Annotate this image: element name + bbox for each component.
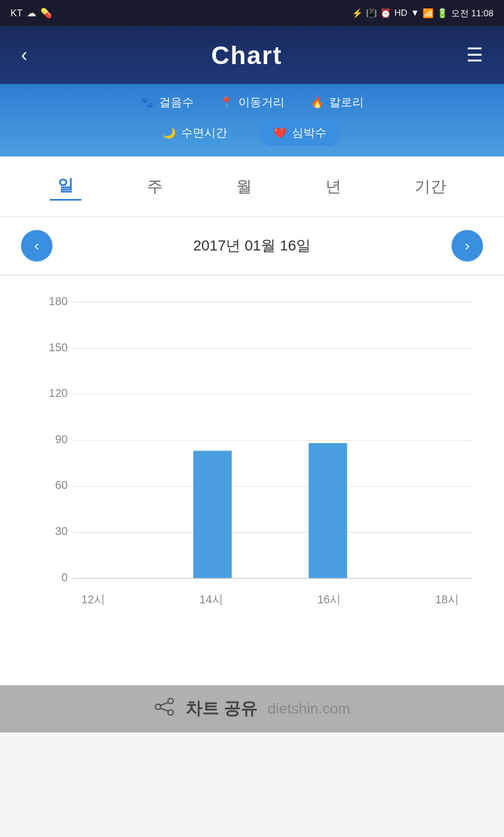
svg-point-19 <box>168 698 173 704</box>
svg-text:150: 150 <box>49 340 68 354</box>
svg-text:16시: 16시 <box>317 593 341 606</box>
bar-16h <box>309 443 347 579</box>
heartrate-label: 심박수 <box>292 125 327 141</box>
status-bar: KT ☁ 💊 ⚡ 📳 ⏰ HD ▼ 📶 🔋 오전 11:08 <box>0 0 504 26</box>
distance-icon: 📍 <box>220 96 233 109</box>
period-tabs: 일 주 월 년 기간 <box>0 156 504 217</box>
svg-text:12시: 12시 <box>81 593 105 606</box>
svg-point-21 <box>168 710 173 715</box>
filter-steps[interactable]: 🐾 걸음수 <box>141 95 194 110</box>
battery-icon: 🔋 <box>437 8 448 19</box>
filter-row-1: 🐾 걸음수 📍 이동거리 🔥 칼로리 <box>16 95 488 110</box>
sleep-label: 수면시간 <box>181 125 227 141</box>
steps-icon: 🐾 <box>141 96 154 109</box>
signal-icon: 📶 <box>423 8 434 19</box>
back-button[interactable]: ‹ <box>16 39 33 71</box>
brand-label: dietshin.com <box>268 700 350 717</box>
tab-period[interactable]: 기간 <box>407 173 454 200</box>
cloud-icon: ☁ <box>27 7 36 19</box>
page-title: Chart <box>211 41 282 70</box>
time-label: 오전 11:08 <box>451 7 494 19</box>
bar-14h <box>193 451 232 578</box>
svg-text:180: 180 <box>49 294 68 308</box>
svg-text:120: 120 <box>49 386 68 400</box>
bluetooth-icon: ⚡ <box>352 8 363 19</box>
tab-month[interactable]: 월 <box>228 173 260 200</box>
menu-button[interactable]: ☰ <box>461 39 488 71</box>
tab-year[interactable]: 년 <box>318 173 349 200</box>
next-date-button[interactable]: › <box>452 230 483 261</box>
carrier-label: KT <box>10 8 23 19</box>
prev-date-button[interactable]: ‹ <box>21 230 52 261</box>
current-date: 2017년 01월 16일 <box>193 236 311 256</box>
sleep-icon: 🌙 <box>163 127 176 139</box>
svg-text:60: 60 <box>55 478 68 492</box>
filter-section: 🐾 걸음수 📍 이동거리 🔥 칼로리 🌙 수면시간 ❤️ 심박수 <box>0 84 504 156</box>
svg-text:30: 30 <box>55 524 68 538</box>
filter-heartrate[interactable]: ❤️ 심박수 <box>259 120 341 146</box>
chart-area: 180 150 120 90 60 30 0 12시 14시 16시 18시 <box>0 276 504 685</box>
date-navigation: ‹ 2017년 01월 16일 › <box>0 217 504 276</box>
hd-icon: HD <box>394 8 407 18</box>
filter-distance[interactable]: 📍 이동거리 <box>220 95 285 110</box>
calories-icon: 🔥 <box>311 96 324 109</box>
svg-text:18시: 18시 <box>435 593 459 606</box>
heartrate-icon: ❤️ <box>274 127 287 139</box>
filter-row-2: 🌙 수면시간 ❤️ 심박수 <box>16 120 488 146</box>
share-bar[interactable]: 차트 공유 dietshin.com <box>0 685 504 733</box>
steps-label: 걸음수 <box>159 95 194 110</box>
alarm-icon: ⏰ <box>380 8 391 19</box>
status-right: ⚡ 📳 ⏰ HD ▼ 📶 🔋 오전 11:08 <box>352 7 494 19</box>
svg-line-22 <box>161 703 168 705</box>
calories-label: 칼로리 <box>329 95 364 110</box>
svg-text:90: 90 <box>55 432 68 446</box>
svg-line-23 <box>161 708 168 711</box>
vibrate-icon: 📳 <box>366 8 377 19</box>
filter-sleep[interactable]: 🌙 수면시간 <box>163 120 227 146</box>
app-header: ‹ Chart ☰ <box>0 26 504 84</box>
share-icon <box>154 698 175 720</box>
svg-text:0: 0 <box>61 570 68 584</box>
share-label: 차트 공유 <box>185 697 257 720</box>
wifi-icon: ▼ <box>411 8 419 18</box>
tab-day[interactable]: 일 <box>50 172 81 201</box>
svg-text:14시: 14시 <box>200 593 223 606</box>
tab-week[interactable]: 주 <box>139 173 171 200</box>
status-left: KT ☁ 💊 <box>10 7 52 19</box>
svg-point-20 <box>155 704 161 709</box>
pill-icon: 💊 <box>40 7 52 19</box>
chart-svg: 180 150 120 90 60 30 0 12시 14시 16시 18시 <box>42 291 483 675</box>
filter-calories[interactable]: 🔥 칼로리 <box>311 95 364 110</box>
distance-label: 이동거리 <box>238 95 285 110</box>
